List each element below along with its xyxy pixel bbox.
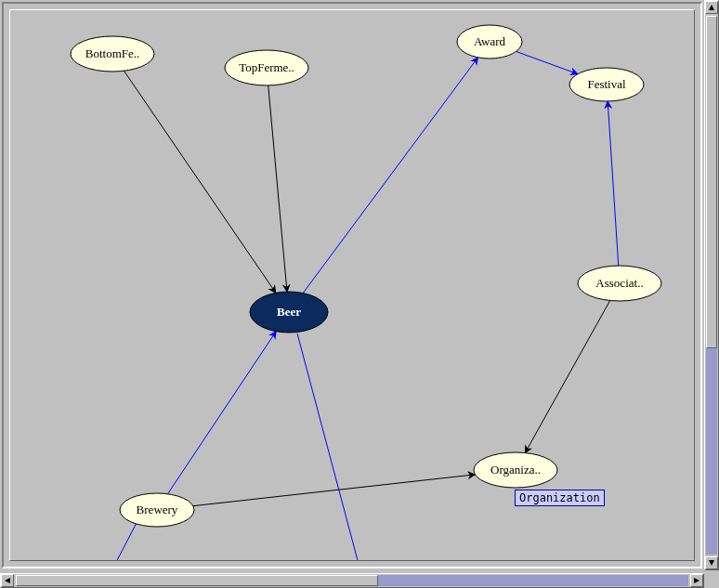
triangle-right-icon (693, 577, 700, 584)
scroll-down-button[interactable] (705, 556, 718, 569)
triangle-up-icon (708, 4, 715, 11)
scrollbar-corner (704, 573, 719, 588)
vertical-scroll-track[interactable] (706, 16, 717, 555)
graph-viewport[interactable]: BottomFe..TopFerme..AwardFestivalBeerAss… (9, 9, 695, 561)
vertical-scrollbar[interactable] (704, 0, 719, 570)
node-label-festival: Festival (587, 77, 626, 91)
node-label-organiza: Organiza.. (490, 463, 541, 477)
node-label-beer: Beer (277, 305, 301, 319)
edge-brewery-organiza (193, 475, 476, 506)
triangle-left-icon (4, 577, 11, 584)
node-topferme[interactable]: TopFerme.. (225, 50, 308, 85)
node-bottomfe[interactable]: BottomFe.. (71, 36, 154, 72)
scroll-left-button[interactable] (1, 574, 14, 587)
edge-offscreen (115, 521, 137, 561)
svg-marker-8 (709, 5, 714, 10)
node-beer[interactable]: Beer (250, 292, 328, 333)
scroll-up-button[interactable] (705, 1, 718, 14)
node-label-topferme: TopFerme.. (239, 60, 294, 74)
svg-marker-9 (709, 560, 714, 566)
edge-beer-award (303, 58, 477, 294)
horizontal-scroll-track[interactable] (16, 575, 688, 586)
edge-associat-organiza (525, 300, 609, 452)
node-associat[interactable]: Associat.. (578, 266, 661, 301)
node-brewery[interactable]: Brewery (120, 493, 194, 527)
vertical-scroll-thumb[interactable] (706, 16, 717, 348)
horizontal-scroll-thumb[interactable] (16, 575, 378, 586)
node-organiza[interactable]: Organiza.. (474, 452, 557, 488)
scroll-right-button[interactable] (690, 574, 703, 587)
node-label-associat: Associat.. (595, 276, 643, 290)
edge-brewery-beer (167, 332, 276, 494)
svg-marker-11 (694, 578, 699, 583)
edge-bottomfe-beer (124, 71, 275, 293)
svg-marker-10 (5, 578, 10, 583)
edge-award-festival (516, 51, 578, 73)
horizontal-scrollbar[interactable] (0, 573, 704, 588)
edge-offscreen (297, 333, 359, 561)
edge-topferme-beer (268, 85, 287, 292)
node-festival[interactable]: Festival (569, 68, 644, 101)
diagram-window: BottomFe..TopFerme..AwardFestivalBeerAss… (0, 0, 719, 588)
node-label-bottomfe: BottomFe.. (85, 46, 140, 60)
tooltip-organization: Organization (515, 490, 605, 506)
edge-associat-festival (608, 101, 619, 266)
triangle-down-icon (708, 559, 715, 567)
node-award[interactable]: Award (457, 25, 522, 59)
node-label-award: Award (474, 34, 506, 48)
graph-svg: BottomFe..TopFerme..AwardFestivalBeerAss… (10, 10, 695, 561)
node-label-brewery: Brewery (137, 503, 178, 516)
graph-canvas[interactable]: BottomFe..TopFerme..AwardFestivalBeerAss… (2, 2, 702, 568)
